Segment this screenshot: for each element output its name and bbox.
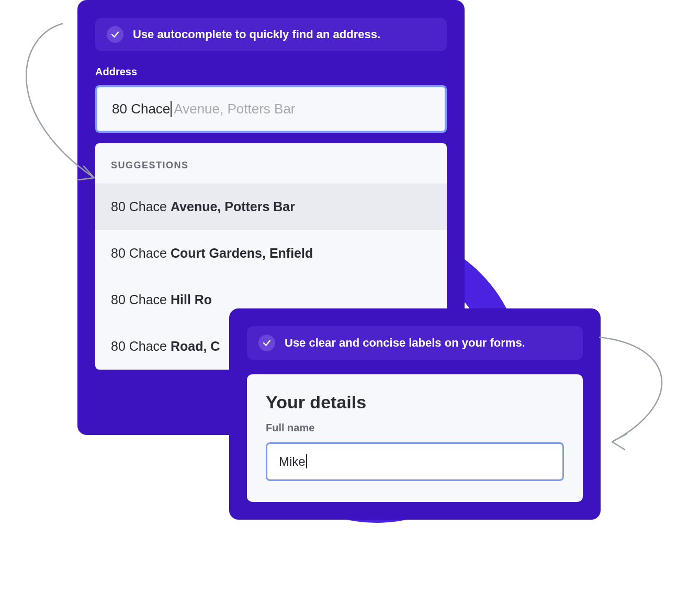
- suggestion-bold: Hill Ro: [171, 292, 212, 307]
- suggestions-header: SUGGESTIONS: [95, 143, 447, 184]
- suggestion-bold: Road, C: [171, 339, 220, 353]
- details-panel: Use clear and concise labels on your for…: [229, 308, 601, 520]
- suggestion-prefix: 80 Chace: [111, 292, 171, 307]
- address-label: Address: [95, 66, 447, 78]
- address-ghost-text: Avenue, Potters Bar: [172, 101, 295, 117]
- suggestion-bold: Court Gardens, Enfield: [171, 246, 313, 260]
- suggestion-prefix: 80 Chace: [111, 246, 171, 260]
- tip-pill-autocomplete: Use autocomplete to quickly find an addr…: [95, 18, 447, 51]
- tip-text: Use clear and concise labels on your for…: [285, 336, 525, 350]
- suggestion-prefix: 80 Chace: [111, 339, 171, 353]
- full-name-label: Full name: [266, 422, 564, 434]
- address-input[interactable]: 80 Chace Avenue, Potters Bar: [95, 85, 447, 133]
- arrow-left-icon: [0, 21, 110, 188]
- suggestion-item[interactable]: 80 Chace Avenue, Potters Bar: [95, 184, 447, 230]
- suggestion-bold: Avenue, Potters Bar: [171, 199, 295, 214]
- full-name-input[interactable]: Mike: [266, 442, 564, 481]
- arrow-right-icon: [596, 335, 700, 455]
- details-title: Your details: [266, 392, 564, 412]
- suggestion-prefix: 80 Chace: [111, 199, 171, 214]
- tip-pill-labels: Use clear and concise labels on your for…: [247, 326, 583, 360]
- details-card: Your details Full name Mike: [247, 374, 583, 502]
- check-icon: [258, 335, 275, 351]
- tip-text: Use autocomplete to quickly find an addr…: [133, 28, 380, 41]
- suggestion-item[interactable]: 80 Chace Court Gardens, Enfield: [95, 230, 447, 277]
- address-typed-text: 80 Chace: [112, 101, 172, 117]
- name-typed-text: Mike: [279, 454, 307, 468]
